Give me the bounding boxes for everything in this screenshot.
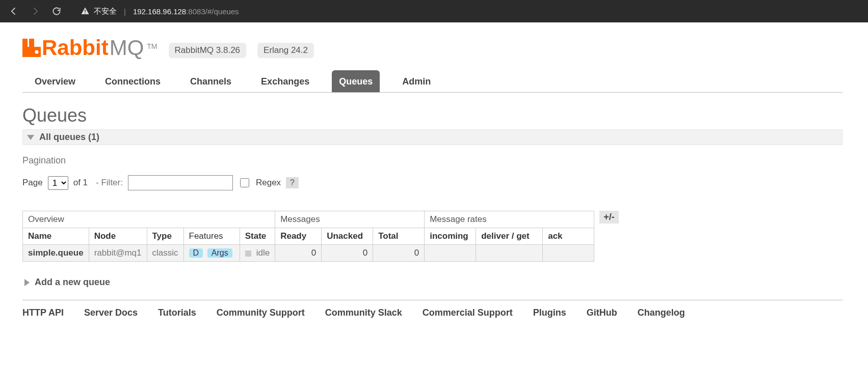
svg-point-5 <box>35 50 39 54</box>
reload-button[interactable] <box>51 6 62 17</box>
version-badge: RabbitMQ 3.8.26 <box>169 43 247 58</box>
tab-exchanges[interactable]: Exchanges <box>254 70 317 92</box>
address-separator: | <box>124 7 126 16</box>
section-all-queues[interactable]: All queues (1) <box>22 129 843 145</box>
address-area[interactable]: 不安全 | 192.168.96.128:8083/#/queues <box>81 7 239 16</box>
regex-label: Regex <box>256 178 281 188</box>
footer-community-slack[interactable]: Community Slack <box>325 308 402 318</box>
logo-text-mq: MQ <box>110 36 144 60</box>
page-select[interactable]: 1 <box>48 176 68 190</box>
insecure-label: 不安全 <box>94 7 117 16</box>
cell-incoming <box>425 245 476 262</box>
rabbitmq-logo-icon <box>22 39 41 57</box>
footer-changelog[interactable]: Changelog <box>638 308 685 318</box>
col-ready[interactable]: Ready <box>275 228 322 245</box>
main-tabs: Overview Connections Channels Exchanges … <box>22 70 843 93</box>
tab-connections[interactable]: Connections <box>98 70 168 92</box>
browser-address-bar: 不安全 | 192.168.96.128:8083/#/queues <box>0 0 868 22</box>
cell-ready: 0 <box>275 245 322 262</box>
col-total[interactable]: Total <box>373 228 425 245</box>
col-group-messages: Messages <box>275 211 425 228</box>
section-all-queues-label: All queues (1) <box>39 132 99 143</box>
url-host: 192.168.96.128 <box>133 7 186 16</box>
cell-name[interactable]: simple.queue <box>23 245 89 262</box>
col-node[interactable]: Node <box>89 228 147 245</box>
footer-server-docs[interactable]: Server Docs <box>84 308 138 318</box>
rabbitmq-logo[interactable]: RabbitMQ TM <box>22 36 157 60</box>
warning-icon <box>81 7 90 16</box>
svg-rect-0 <box>85 10 86 12</box>
chevron-right-icon <box>24 279 30 286</box>
col-group-rates: Message rates <box>425 211 594 228</box>
cell-ack <box>543 245 594 262</box>
logo-tm: TM <box>147 42 157 50</box>
tab-admin[interactable]: Admin <box>395 70 438 92</box>
footer-links: HTTP API Server Docs Tutorials Community… <box>22 300 843 318</box>
state-text: idle <box>256 248 270 258</box>
col-state[interactable]: State <box>240 228 275 245</box>
page-label: Page <box>22 178 43 188</box>
col-type[interactable]: Type <box>147 228 183 245</box>
url-path: :8083/#/queues <box>186 7 239 16</box>
footer-tutorials[interactable]: Tutorials <box>158 308 196 318</box>
footer-plugins[interactable]: Plugins <box>533 308 566 318</box>
section-add-new-queue[interactable]: Add a new queue <box>22 275 843 290</box>
col-name[interactable]: Name <box>23 228 89 245</box>
regex-checkbox[interactable] <box>240 178 249 187</box>
cell-node: rabbit@mq1 <box>89 245 147 262</box>
col-incoming[interactable]: incoming <box>425 228 476 245</box>
table-row[interactable]: simple.queue rabbit@mq1 classic D Args i… <box>23 245 594 262</box>
cell-total: 0 <box>373 245 425 262</box>
cell-unacked: 0 <box>322 245 373 262</box>
tab-queues[interactable]: Queues <box>332 70 380 92</box>
tab-channels[interactable]: Channels <box>183 70 239 92</box>
col-ack[interactable]: ack <box>543 228 594 245</box>
footer-commercial-support[interactable]: Commercial Support <box>423 308 513 318</box>
cell-state: idle <box>240 245 275 262</box>
footer-community-support[interactable]: Community Support <box>217 308 305 318</box>
footer-http-api[interactable]: HTTP API <box>22 308 64 318</box>
state-dot-icon <box>245 250 251 257</box>
col-deliver-get[interactable]: deliver / get <box>476 228 543 245</box>
feature-args-badge: Args <box>207 248 232 258</box>
queues-table: Overview Messages Message rates Name Nod… <box>22 211 594 262</box>
columns-toggle-button[interactable]: +/- <box>599 211 619 224</box>
forward-button[interactable] <box>30 6 41 17</box>
cell-type: classic <box>147 245 183 262</box>
chevron-down-icon <box>27 135 34 140</box>
pager-controls: Page 1 of 1 - Filter: Regex ? <box>22 175 843 190</box>
page-header: RabbitMQ TM RabbitMQ 3.8.26 Erlang 24.2 <box>22 29 843 65</box>
cell-features: D Args <box>183 245 240 262</box>
back-button[interactable] <box>8 6 19 17</box>
filter-input[interactable] <box>128 175 233 190</box>
feature-durable-badge: D <box>189 248 203 258</box>
col-group-overview: Overview <box>23 211 275 228</box>
footer-github[interactable]: GitHub <box>587 308 617 318</box>
page-title: Queues <box>22 105 843 126</box>
section-add-new-queue-label: Add a new queue <box>35 277 110 288</box>
pagination-label: Pagination <box>22 155 843 166</box>
cell-deliver-get <box>476 245 543 262</box>
insecure-warning: 不安全 <box>81 7 117 16</box>
regex-help-button[interactable]: ? <box>286 177 299 188</box>
svg-rect-1 <box>85 13 86 14</box>
erlang-badge: Erlang 24.2 <box>257 43 314 58</box>
col-unacked[interactable]: Unacked <box>322 228 373 245</box>
logo-text-rabbit: Rabbit <box>42 36 109 60</box>
page-of-label: of 1 <box>73 178 88 188</box>
filter-label: - Filter: <box>96 178 123 188</box>
tab-overview[interactable]: Overview <box>28 70 83 92</box>
col-features[interactable]: Features <box>183 228 240 245</box>
